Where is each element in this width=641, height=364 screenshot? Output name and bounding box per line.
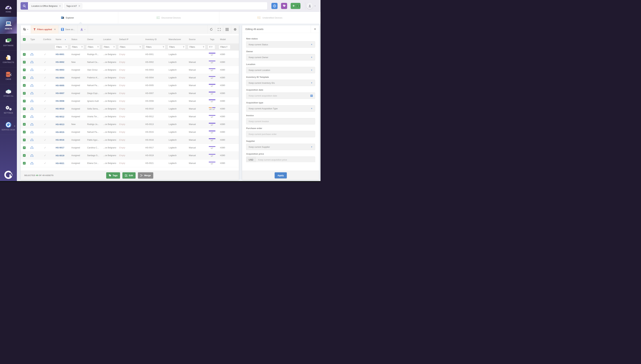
acquisition-type-select[interactable]: Keep current Acquisition Type▼ — [246, 105, 315, 112]
column-header-conflicts[interactable]: Conflicts — [43, 38, 54, 40]
close-panel-button[interactable]: ✕ — [311, 25, 319, 33]
column-header-location[interactable]: Location — [101, 38, 117, 40]
user-menu-caret-icon[interactable]: ▾ — [314, 5, 315, 7]
calendar-icon[interactable] — [310, 94, 313, 97]
search-filter-chip[interactable]: Location.is:Office Belgrano ✕ — [29, 3, 63, 8]
row-checkbox[interactable] — [23, 84, 26, 87]
table-row[interactable]: ✓ HS-0010 Assigned Sofia Serra... ...ce … — [21, 105, 239, 113]
apply-button[interactable]: Apply — [275, 172, 287, 178]
table-row[interactable]: ✓ HS-0017 Assigned Carolina C... ...ce B… — [21, 144, 239, 152]
supplier-select[interactable]: Keep current Supplier▼ — [246, 144, 315, 150]
add-icon[interactable]: + — [291, 4, 296, 8]
sidebar-item-assets[interactable]: ASSETS — [0, 17, 17, 34]
refresh-button[interactable] — [207, 25, 215, 34]
tab-discovered-devices[interactable]: Discovered Devices — [118, 12, 219, 24]
column-header-model[interactable]: Model — [217, 38, 239, 40]
sidebar-item-settings[interactable]: SETTINGS — [0, 101, 17, 118]
row-checkbox[interactable] — [23, 61, 26, 64]
export-button[interactable]: ▾ — [78, 25, 88, 34]
table-row[interactable]: ✓ HS-0005 Assigned Nahuel Pa... ...ce Be… — [21, 82, 239, 90]
asset-name-link[interactable]: HS-0002 — [56, 61, 64, 63]
select-all-checkbox[interactable] — [23, 38, 26, 41]
location-select[interactable]: Keep current Location▼ — [246, 67, 315, 73]
table-row[interactable]: ✓ HS-0004 Assigned Federico K... ...ce B… — [21, 74, 239, 82]
row-checkbox[interactable] — [23, 92, 26, 95]
row-checkbox[interactable] — [23, 76, 26, 79]
filters-applied-button[interactable]: Filters applied ✕ — [31, 25, 59, 34]
location-filter-input[interactable] — [102, 45, 116, 49]
sidebar-item-contracts[interactable]: CONTRACTS — [0, 50, 17, 68]
asset-name-link[interactable]: HS-0019 — [56, 154, 64, 157]
asset-name-link[interactable]: HS-0012 — [56, 116, 64, 118]
tab-unidentified-devices[interactable]: Unidentified Devices — [219, 12, 320, 24]
row-checkbox[interactable] — [23, 139, 26, 141]
row-checkbox[interactable] — [23, 115, 26, 118]
save-as-button[interactable]: Save as... — [59, 25, 78, 34]
asset-name-link[interactable]: HS-0005 — [56, 84, 64, 87]
column-header-manufacturer[interactable]: Manufacturer — [166, 38, 187, 40]
column-header-status[interactable]: Status — [69, 38, 85, 40]
table-row[interactable]: ✓ HS-0019 Assigned Santiago S... ...ce B… — [21, 152, 239, 159]
default-ip-filter-input[interactable] — [118, 45, 142, 49]
row-checkbox[interactable] — [23, 100, 26, 102]
column-header-tags[interactable]: Tags — [206, 38, 217, 40]
invoice-input[interactable] — [246, 118, 315, 124]
owner-filter-input[interactable] — [86, 45, 100, 49]
add-asset-split-button[interactable]: + ▾ — [291, 3, 300, 9]
model-filter-input[interactable] — [219, 45, 230, 49]
asset-name-link[interactable]: HS-0007 — [56, 92, 64, 94]
table-row[interactable]: ✓ HS-0001 Assigned Rodrigo Pi... ...ce B… — [21, 50, 239, 58]
table-row[interactable]: ✓ HS-0021 Assigned Eliana Cor... ...ce B… — [21, 160, 239, 167]
table-row[interactable]: ✓ HS-0007 Assigned Diego Espi... ...ce B… — [21, 90, 239, 97]
asset-name-link[interactable]: HS-0017 — [56, 146, 64, 149]
table-row[interactable]: ✓ HS-0002 New Nahuel Ca... ...ce Belgran… — [21, 58, 239, 66]
acquisition-date-input[interactable] — [246, 93, 310, 99]
table-row[interactable]: ✓ HS-0012 Assigned Urania Tor... ...ce B… — [21, 113, 239, 120]
table-row[interactable]: ✓ HS-0015 Assigned Nahuel Pa... ...ce Be… — [21, 128, 239, 136]
sidebar-item-service-desk[interactable]: ▶ SERVICE DESK — [0, 118, 17, 135]
row-checkbox[interactable] — [23, 123, 26, 126]
manufacturer-filter-input[interactable] — [168, 45, 186, 49]
acquisition-price-input[interactable] — [256, 157, 315, 162]
column-header-name[interactable]: Name▲ — [54, 38, 69, 40]
table-row[interactable]: ✓ HS-0016 Assigned Pablo Agui... ...ce B… — [21, 136, 239, 144]
sidebar-item-software[interactable]: SOFTWARE — [0, 34, 17, 50]
sidebar-item-home[interactable]: HOME — [0, 0, 17, 17]
sidebar-item-other-cis[interactable]: OTHER CIs — [0, 84, 17, 101]
asset-name-link[interactable]: HS-0010 — [56, 108, 64, 110]
purchase-order-input[interactable] — [246, 131, 315, 137]
remove-chip-icon[interactable]: ✕ — [59, 5, 61, 7]
column-header-source[interactable]: Source — [187, 38, 206, 40]
merge-button[interactable]: Merge — [138, 172, 153, 178]
row-checkbox[interactable] — [23, 146, 26, 149]
grid-view-button[interactable] — [223, 25, 231, 34]
table-row[interactable]: ✓ HS-0003 Assigned Alan Grosz ...ce Belg… — [21, 66, 239, 74]
row-checkbox[interactable] — [23, 162, 26, 164]
table-row[interactable]: ✓ HS-0008 Assigned Ignacio Audi ...ce Be… — [21, 97, 239, 105]
tab-explorer[interactable]: Explorer — [17, 12, 118, 24]
add-dropdown-caret-icon[interactable]: ▾ — [296, 5, 300, 7]
bulk-edit-button[interactable]: Edit — [122, 172, 136, 178]
table-row[interactable]: ✓ HS-0013 New Rodrigo Ju... ...ce Belgra… — [21, 120, 239, 128]
search-input[interactable] — [84, 4, 266, 8]
tags-filter-input[interactable] — [208, 45, 215, 49]
column-header-type[interactable]: Type — [28, 38, 43, 40]
column-header-inventory-id[interactable]: Inventory ID — [143, 38, 166, 40]
search-field[interactable]: Location.is:Office Belgrano ✕ Tags.is:Io… — [28, 2, 267, 10]
inventory-id-filter-input[interactable] — [144, 45, 165, 49]
table-settings-button[interactable] — [231, 25, 239, 34]
asset-name-link[interactable]: HS-0021 — [56, 162, 64, 164]
asset-name-link[interactable]: HS-0016 — [56, 139, 64, 141]
alerts-button[interactable] — [271, 3, 277, 9]
row-checkbox[interactable] — [23, 68, 26, 71]
fullscreen-button[interactable] — [215, 25, 223, 34]
row-checkbox[interactable] — [23, 154, 26, 157]
asset-name-link[interactable]: HS-0008 — [56, 100, 64, 102]
row-checkbox[interactable] — [23, 53, 26, 56]
asset-name-link[interactable]: HS-0004 — [56, 76, 64, 79]
user-avatar[interactable] — [306, 3, 313, 9]
row-checkbox[interactable] — [23, 131, 26, 134]
name-filter-input[interactable] — [55, 45, 68, 49]
inventory-id-template-select[interactable]: Keep current Inventory IDs▼ — [246, 80, 315, 86]
tags-manager-button[interactable] — [281, 3, 287, 9]
